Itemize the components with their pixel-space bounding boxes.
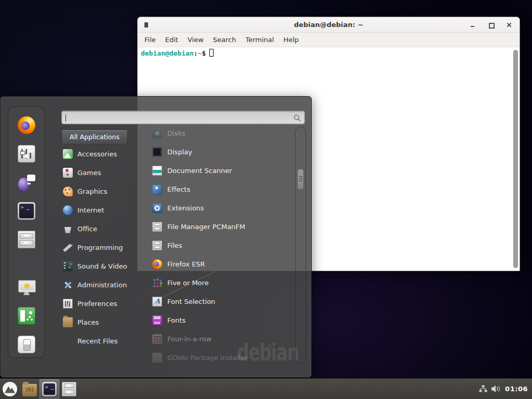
favorite-logout[interactable]	[16, 307, 37, 325]
favorite-terminal[interactable]	[16, 202, 37, 220]
category-places[interactable]: Places	[61, 313, 144, 331]
app-document-scanner[interactable]: Document Scanner	[146, 161, 294, 180]
category-label: Recent Files	[77, 337, 118, 345]
terminal-scrollbar-thumb[interactable]	[513, 50, 518, 268]
app-label: Effects	[167, 185, 190, 193]
terminal-task[interactable]	[39, 379, 59, 399]
category-recent-files[interactable]: Recent Files	[61, 331, 144, 350]
category-list: AccessoriesGamesGraphicsInternetOfficePr…	[61, 144, 144, 350]
favorite-control-center[interactable]	[16, 144, 37, 163]
network-icon[interactable]	[479, 385, 487, 393]
maximize-button[interactable]	[488, 22, 494, 28]
graphics-icon	[63, 187, 73, 196]
category-label: Internet	[77, 206, 104, 214]
system-tray: 01:06	[479, 385, 532, 393]
app-five-or-more[interactable]: Five or More	[146, 273, 294, 292]
menu-button[interactable]	[0, 379, 20, 399]
fav-screensaver-icon	[18, 278, 35, 296]
category-office[interactable]: Office	[61, 219, 144, 238]
minimize-button[interactable]	[470, 22, 475, 28]
favorite-pidgin[interactable]	[16, 173, 37, 192]
app-firefox-esr[interactable]: Firefox ESR	[146, 255, 294, 273]
files-icon	[152, 241, 162, 250]
app-label: Font Selection	[167, 298, 215, 305]
favorite-screensaver[interactable]	[16, 278, 37, 297]
menubar-item-file[interactable]: File	[140, 34, 161, 46]
desktop: debian debian@debian: ~ FileEditViewSear…	[0, 0, 532, 399]
menubar-item-search[interactable]: Search	[208, 34, 241, 46]
office-icon	[63, 224, 73, 234]
category-all-applications[interactable]: All Applications	[61, 129, 128, 144]
app-label: GDebi Package Installer	[167, 354, 248, 362]
file-manager-icon	[152, 222, 162, 232]
category-preferences[interactable]: Preferences	[61, 294, 144, 313]
minimize-icon	[470, 22, 475, 28]
four-in-a-row-icon	[152, 334, 162, 344]
app-display[interactable]: Display	[146, 142, 294, 161]
category-programming[interactable]: Programming	[61, 238, 144, 257]
places-icon	[63, 317, 73, 327]
app-fonts[interactable]: Fonts	[146, 311, 294, 329]
folder-debian-icon	[22, 384, 37, 396]
apps-scrollbar-track[interactable]	[295, 127, 306, 364]
menu-logo-icon	[3, 382, 17, 396]
category-label: Programming	[77, 244, 123, 251]
app-label: Disks	[167, 129, 185, 137]
menubar-item-edit[interactable]: Edit	[161, 34, 183, 46]
app-label: Files	[167, 242, 182, 249]
app-disks[interactable]: Disks	[146, 124, 294, 142]
fav-shutdown-icon	[18, 336, 35, 353]
category-label: Places	[77, 318, 99, 326]
application-menu: All Applications AccessoriesGamesGraphic…	[0, 96, 312, 378]
category-games[interactable]: Games	[61, 163, 144, 182]
apps-scrollbar-thumb[interactable]	[297, 169, 304, 190]
font-selection-icon	[152, 297, 162, 307]
app-four-in-a-row[interactable]: Four-in-a-row	[146, 329, 294, 348]
menubar-item-terminal[interactable]: Terminal	[241, 34, 278, 46]
favorites-panel	[8, 107, 45, 358]
menubar-item-view[interactable]: View	[183, 34, 208, 46]
terminal-titlebar[interactable]: debian@debian: ~	[138, 17, 520, 33]
category-accessories[interactable]: Accessories	[61, 144, 144, 163]
app-gdebi-package-installer[interactable]: GDebi Package Installer	[146, 348, 294, 367]
search-input[interactable]	[62, 111, 304, 124]
menu-search-box[interactable]	[61, 111, 305, 124]
disks-icon	[152, 128, 162, 138]
app-file-manager-pcmanfm[interactable]: File Manager PCManFM	[146, 217, 294, 236]
favorite-file-cabinet[interactable]	[16, 230, 37, 249]
menubar-item-help[interactable]: Help	[278, 34, 303, 46]
volume-icon[interactable]	[491, 385, 501, 393]
firefox-icon	[152, 259, 162, 269]
window-controls	[470, 17, 512, 33]
category-sound-video[interactable]: Sound & Video	[61, 257, 144, 275]
fav-firefox-icon	[18, 116, 35, 134]
app-extensions[interactable]: Extensions	[146, 198, 294, 217]
terminal-art	[42, 382, 57, 396]
app-effects[interactable]: Effects	[146, 180, 294, 198]
app-label: Firefox ESR	[167, 260, 205, 268]
document-scanner-icon	[152, 166, 162, 176]
app-label: Fonts	[167, 316, 185, 324]
category-graphics[interactable]: Graphics	[61, 182, 144, 201]
app-files[interactable]: Files	[146, 236, 294, 255]
extensions-icon	[152, 203, 162, 213]
favorite-firefox[interactable]	[16, 116, 37, 135]
category-administration[interactable]: Administration	[61, 275, 144, 294]
category-internet[interactable]: Internet	[61, 201, 144, 219]
application-list: DisksDisplayDocument ScannerEffectsExten…	[146, 124, 294, 367]
favorite-shutdown[interactable]	[16, 335, 37, 354]
app-font-selection[interactable]: Font Selection	[146, 292, 294, 311]
category-label: Accessories	[77, 150, 117, 158]
files-task[interactable]	[59, 379, 79, 399]
fav-pidgin-icon	[18, 174, 35, 191]
category-label: Preferences	[77, 300, 117, 308]
games-icon	[63, 168, 73, 178]
preferences-icon	[63, 299, 73, 309]
taskbar-items	[0, 379, 79, 399]
terminal-scrollbar[interactable]	[513, 50, 518, 268]
all-applications-label: All Applications	[70, 133, 119, 141]
taskbar-clock[interactable]: 01:06	[505, 385, 528, 393]
file-manager-launcher[interactable]	[20, 379, 39, 399]
close-button[interactable]	[507, 22, 512, 28]
five-or-more-icon	[152, 278, 162, 288]
